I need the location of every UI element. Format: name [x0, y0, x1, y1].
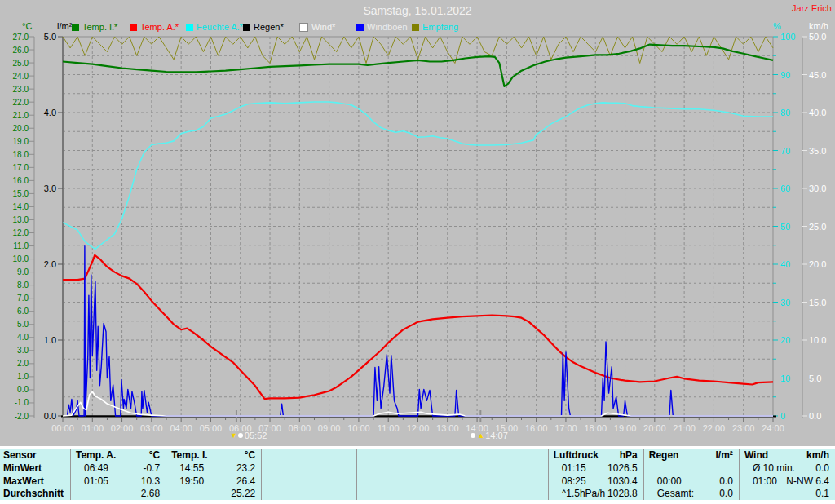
table-cell: 08:251030.4: [549, 475, 644, 488]
series-windb-en: [67, 246, 773, 416]
table-cell: [453, 487, 549, 500]
table-value: -0.7: [143, 462, 160, 474]
table-value: 23.2: [236, 462, 255, 474]
table-value: 19:50: [179, 475, 204, 487]
humidity-tick-label: 20: [780, 335, 790, 345]
celsius-tick-label: 22.0: [13, 98, 29, 107]
wind-tick-label: 5.0: [809, 374, 821, 383]
table-cell: 00:000.0: [644, 475, 740, 488]
table-cell: 0.1: [740, 487, 835, 500]
humidity-tick-label: 40: [780, 259, 790, 269]
table-cell: 25.22: [166, 487, 262, 500]
table-cell: [262, 487, 357, 500]
celsius-tick-label: 19.0: [13, 137, 29, 146]
rain-tick-label: 3.0: [44, 183, 56, 193]
table-cell: 19:5026.4: [166, 475, 262, 488]
weather-chart: 27.026.025.024.023.022.021.020.019.018.0…: [0, 0, 835, 445]
wind-tick-label: 40.0: [809, 108, 826, 117]
x-tick-label: 09:00: [318, 423, 341, 433]
celsius-tick-label: 16.0: [13, 176, 29, 185]
humidity-tick-label: 80: [780, 108, 790, 117]
x-tick-label: 18:00: [584, 423, 607, 433]
humidity-tick-label: 30: [780, 298, 790, 307]
table-value: 01:05: [84, 475, 108, 487]
table-cell: [453, 475, 549, 488]
table-cell: [453, 462, 549, 475]
rain-tick-label: 5.0: [44, 32, 56, 42]
x-tick-label: 21:00: [673, 423, 696, 433]
celsius-tick-label: 8.0: [17, 281, 29, 290]
celsius-tick-label: 9.0: [17, 267, 29, 276]
table-value: 01:00: [753, 475, 777, 487]
celsius-tick-label: 0.0: [17, 385, 29, 394]
table-value: Luftdruck: [554, 449, 599, 461]
table-value: 08:25: [562, 475, 586, 487]
table-value: 2.68: [141, 488, 160, 499]
celsius-tick-label: 12.0: [13, 228, 29, 237]
x-tick-label: 20:00: [643, 423, 666, 433]
celsius-tick-label: 2.0: [17, 359, 29, 368]
celsius-tick-label: -1.0: [15, 398, 29, 407]
sun-down-icon: ▼: [230, 432, 237, 440]
celsius-tick-label: 18.0: [13, 150, 29, 159]
celsius-tick-label: -2.0: [15, 412, 29, 421]
wind-tick-label: 50.0: [809, 32, 826, 42]
statistics-table: SensorTemp. A.°CTemp. I.°CLuftdruckhPaRe…: [0, 449, 835, 500]
x-tick-label: 02:00: [111, 423, 134, 433]
wind-tick-label: 45.0: [809, 70, 826, 80]
table-value: 0.0: [815, 462, 829, 474]
table-value: Gesamt:: [657, 488, 694, 499]
table-value: hPa: [620, 449, 638, 461]
table-cell: [357, 462, 453, 475]
x-tick-label: 00:00: [51, 423, 74, 433]
table-header: Temp. I.°C: [166, 449, 262, 462]
x-tick-label: 08:00: [289, 423, 311, 433]
table-row-label: MaxWert: [0, 475, 71, 488]
x-tick-label: 01:00: [82, 423, 104, 433]
table-value: Regen: [649, 449, 679, 461]
table-cell: [262, 475, 357, 488]
table-header: Temp. A.°C: [71, 449, 166, 462]
sun-icon: [471, 433, 475, 438]
table-value: 10.3: [141, 475, 160, 487]
x-tick-label: 16:00: [525, 423, 548, 433]
table-header: Windkm/h: [740, 449, 835, 462]
rain-tick-label: 2.0: [44, 259, 56, 269]
celsius-tick-label: 20.0: [13, 124, 29, 133]
table-cell: 01:151026.5: [549, 462, 644, 475]
table-cell: 14:5523.2: [166, 462, 262, 475]
wind-tick-label: 20.0: [809, 259, 826, 269]
celsius-tick-label: 7.0: [17, 294, 29, 303]
bottom-white-strip: [0, 500, 835, 504]
table-value: Temp. A.: [76, 449, 116, 461]
wind-tick-label: 35.0: [809, 146, 826, 156]
table-value: °C: [245, 449, 255, 461]
x-tick-label: 12:00: [407, 423, 430, 433]
humidity-tick-label: 100: [780, 32, 795, 42]
x-tick-label: 22:00: [703, 423, 726, 433]
table-cell: 01:00N-NW 6.4: [740, 475, 835, 488]
table-value: 0.0: [719, 475, 733, 487]
celsius-tick-label: 3.0: [17, 346, 29, 355]
celsius-tick-label: 10.0: [13, 254, 29, 263]
celsius-tick-label: 15.0: [13, 189, 29, 198]
table-cell: Ø 10 min.0.0: [740, 462, 835, 475]
table-header: LuftdruckhPa: [549, 449, 644, 462]
table-value: 0.0: [719, 488, 733, 499]
table-value: °C: [149, 449, 160, 461]
sun-up-icon: ▲: [477, 432, 484, 440]
x-tick-label: 24:00: [762, 423, 784, 433]
celsius-tick-label: 17.0: [13, 163, 29, 172]
celsius-tick-label: 23.0: [13, 85, 29, 94]
table-header: Regenl/m²: [644, 449, 740, 462]
table-header: [453, 449, 549, 462]
table-cell: ^1.5hPa/h1028.8: [549, 487, 644, 500]
wind-tick-label: 0.0: [809, 411, 821, 421]
table-row-label: Sensor: [0, 449, 71, 462]
humidity-tick-label: 50: [780, 222, 790, 232]
celsius-tick-label: 5.0: [17, 320, 29, 329]
wind-tick-label: 15.0: [809, 298, 826, 307]
table-value: 06:49: [84, 462, 108, 474]
celsius-tick-label: 27.0: [13, 33, 29, 42]
table-value: 00:00: [657, 475, 682, 487]
